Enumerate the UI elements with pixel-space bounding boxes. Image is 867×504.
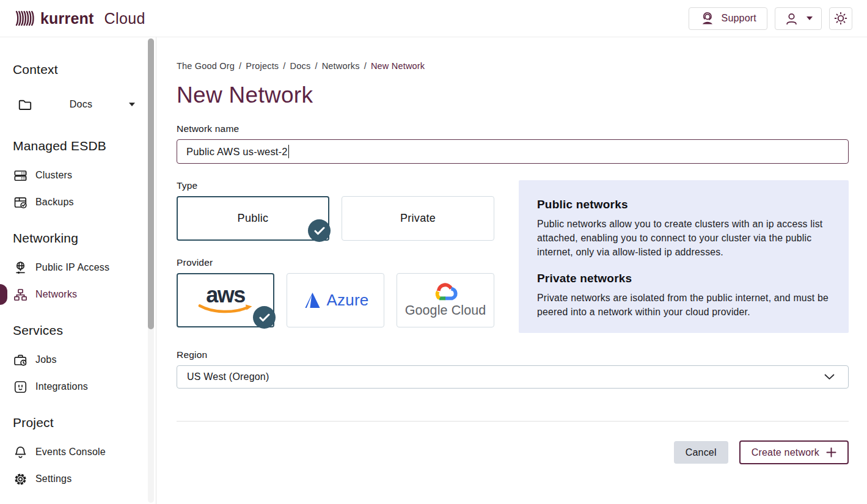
breadcrumb-separator: / [283,61,285,71]
sidebar: Context Docs Managed ESDB [0,37,156,504]
plus-icon [826,447,836,458]
user-menu-button[interactable] [775,7,822,30]
sun-icon [833,10,849,26]
clusters-icon [13,168,28,183]
theme-toggle-button[interactable] [829,7,852,30]
provider-card-azure[interactable]: Azure [287,273,384,327]
selected-check-icon [308,219,331,242]
sidebar-item-label: Integrations [35,381,88,392]
sidebar-item-label: Settings [35,473,71,484]
info-heading-private: Private networks [537,272,830,285]
footer-divider [177,421,849,422]
type-option-public[interactable]: Public [177,196,329,241]
sidebar-item-label: Jobs [35,354,57,365]
sidebar-item-label: Backups [35,197,74,208]
info-body-private: Private networks are isolated from the p… [537,291,830,319]
type-option-label: Public [238,212,269,225]
breadcrumb-separator: / [364,61,367,71]
provider-card-google-cloud[interactable]: Google Cloud [397,273,494,327]
brand-name: kurrent [40,10,94,27]
brand-logo[interactable]: kurrent Cloud [15,9,145,28]
breadcrumb-current: New Network [371,61,425,71]
backups-icon [13,195,28,210]
globe-network-icon [13,260,28,276]
network-type-info-panel: Public networks Public networks allow yo… [519,180,849,333]
cancel-button[interactable]: Cancel [674,441,728,464]
chevron-down-icon [824,374,835,380]
google-cloud-logo: Google Cloud [405,282,486,318]
gear-icon [13,472,28,487]
network-name-input[interactable]: Public AWS us-west-2 [177,139,849,164]
context-project-selector[interactable]: Docs [17,93,147,116]
sidebar-heading-networking: Networking [13,230,156,246]
breadcrumb: The Good Org/Projects/Docs/Networks/New … [177,61,849,71]
support-button[interactable]: Support [689,7,767,30]
sidebar-item-label: Clusters [35,170,72,181]
kurrent-waves-icon [15,9,34,28]
sidebar-heading-context: Context [13,62,156,78]
sidebar-item-label: Public IP Access [35,262,109,273]
chevron-down-icon [129,103,135,106]
sidebar-item-jobs[interactable]: Jobs [0,346,156,373]
sidebar-scrollbar-thumb[interactable] [148,38,154,329]
sidebar-item-networks[interactable]: Networks [0,281,156,308]
folder-icon [17,97,33,112]
main-content: The Good Org/Projects/Docs/Networks/New … [157,37,867,504]
breadcrumb-separator: / [239,61,241,71]
selected-check-icon [253,306,276,329]
form-actions: Cancel Create network [177,440,849,464]
breadcrumb-projects[interactable]: Projects [246,61,279,71]
type-option-private[interactable]: Private [342,196,494,241]
briefcase-clock-icon [13,352,28,368]
sidebar-item-integrations[interactable]: Integrations [0,373,156,400]
sidebar-heading-services: Services [13,323,156,338]
sidebar-item-label: Networks [35,289,77,300]
sidebar-heading-managed-esdb: Managed ESDB [13,138,156,154]
sidebar-heading-project: Project [13,415,156,431]
breadcrumb-docs[interactable]: Docs [290,61,311,71]
aws-logo: aws [197,286,254,315]
breadcrumb-org[interactable]: The Good Org [177,61,235,71]
text-cursor [288,145,290,158]
chevron-down-icon [807,16,813,20]
sidebar-item-label: Events Console [35,447,106,458]
azure-logo: Azure [302,291,369,310]
bell-icon [13,445,28,460]
brand-suffix: Cloud [104,10,145,27]
networks-hierarchy-icon [13,287,28,302]
sidebar-item-clusters[interactable]: Clusters [0,162,156,189]
headset-support-icon [700,11,715,26]
page-title: New Network [177,83,849,108]
network-name-value: Public AWS us-west-2 [186,146,288,158]
region-selected-value: US West (Oregon) [187,371,269,382]
info-heading-public: Public networks [537,198,830,211]
context-selected-project: Docs [33,99,129,110]
outlet-plug-icon [13,379,28,395]
create-network-button[interactable]: Create network [739,440,849,464]
network-name-label: Network name [177,123,849,134]
support-label: Support [722,13,756,24]
user-icon [784,11,799,26]
create-network-label: Create network [752,447,819,458]
breadcrumb-networks[interactable]: Networks [322,61,360,71]
sidebar-item-public-ip-access[interactable]: Public IP Access [0,254,156,281]
provider-card-aws[interactable]: aws [177,273,274,327]
breadcrumb-separator: / [315,61,317,71]
info-body-public: Public networks allow you to create clus… [537,217,830,259]
region-label: Region [177,349,849,360]
sidebar-item-backups[interactable]: Backups [0,189,156,216]
sidebar-item-settings[interactable]: Settings [0,466,156,492]
app-header: kurrent Cloud Support [0,0,867,37]
type-option-label: Private [400,212,436,225]
sidebar-item-events-console[interactable]: Events Console [0,439,156,466]
region-select[interactable]: US West (Oregon) [177,365,849,389]
